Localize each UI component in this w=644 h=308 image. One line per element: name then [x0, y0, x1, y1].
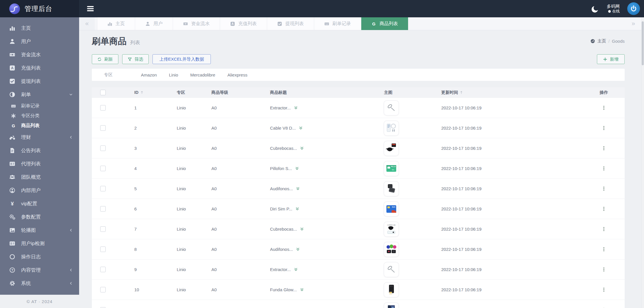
tab-withdraw-list[interactable]: 提现列表 [267, 17, 314, 30]
tab-brushing-records[interactable]: 刷单记录 [314, 17, 361, 30]
row-actions-button[interactable] [600, 245, 608, 253]
sidebar-item-withdraw-list[interactable]: 提现列表 [0, 74, 79, 88]
sidebar-item-user-ip-check[interactable]: 用户ip检测 [0, 237, 79, 250]
user-status: 在线 [607, 9, 620, 14]
row-actions-button[interactable] [600, 306, 608, 308]
select-all-checkbox[interactable] [100, 90, 106, 95]
add-button[interactable]: 新增 [597, 54, 625, 64]
sidebar-item-content-management[interactable]: ?内容管理 [0, 263, 79, 277]
tabs-scroll-left-button[interactable]: « [79, 17, 95, 30]
title-expand-button[interactable] [295, 166, 299, 171]
row-actions-button[interactable] [600, 205, 608, 213]
header-checkbox-cell [92, 90, 134, 95]
title-expand-button[interactable] [294, 267, 298, 272]
sidebar-subitem-zone-categories[interactable]: 专区分类 [0, 111, 79, 121]
row-checkbox[interactable] [100, 226, 106, 232]
sidebar-item-funds-flow[interactable]: 资金流水 [0, 48, 79, 61]
tab-funds-flow[interactable]: 资金流水 [173, 17, 220, 30]
row-checkbox[interactable] [100, 267, 106, 272]
row-checkbox[interactable] [100, 186, 106, 191]
tab-goods-list[interactable]: G商品列表 [361, 17, 408, 30]
sidebar-item-vip-config[interactable]: ¥vip配置 [0, 197, 79, 210]
content: 刷单商品 列表 主页 / Goods 刷新 筛选 [79, 30, 644, 308]
sidebar-item-home[interactable]: 主页 [0, 21, 79, 35]
column-header-id[interactable]: ID [134, 90, 177, 95]
zone-filter-options: AmazonLinioMercadolibreAliexpress [141, 72, 260, 77]
sidebar-item-finance[interactable]: 理财 [0, 130, 79, 144]
cell-grade: A0 [211, 247, 270, 252]
row-checkbox[interactable] [100, 145, 106, 151]
menu-toggle-button[interactable] [86, 4, 95, 13]
breadcrumb-home-link[interactable]: 主页 [598, 38, 606, 44]
title-expand-button[interactable] [296, 186, 300, 191]
sidebar-item-system[interactable]: 系统 [0, 277, 79, 290]
tab-home[interactable]: 主页 [97, 17, 135, 30]
goods-title-text: Audifonos... [270, 247, 293, 252]
sidebar-item-banner[interactable]: 轮播图 [0, 223, 79, 237]
row-checkbox[interactable] [100, 206, 106, 212]
svg-text:G: G [12, 123, 15, 128]
avatar[interactable] [627, 2, 640, 15]
sort-up-icon [459, 91, 463, 94]
row-actions-button[interactable] [600, 266, 608, 274]
row-actions-button[interactable] [600, 185, 608, 193]
title-expand-button[interactable] [295, 207, 299, 211]
vertical-scrollbar[interactable] [641, 17, 644, 308]
zone-option-aliexpress[interactable]: Aliexpress [227, 72, 247, 77]
sidebar-item-recharge-list[interactable]: A充值列表 [0, 61, 79, 74]
column-header-updated[interactable]: 更新时间 [441, 90, 583, 95]
row-actions-button[interactable] [600, 286, 608, 294]
cell-actions [583, 245, 625, 253]
title-expand-button[interactable] [294, 106, 298, 110]
zone-option-mercadolibre[interactable]: Mercadolibre [190, 72, 215, 77]
sidebar-subitem-goods-list[interactable]: G商品列表 [0, 121, 79, 130]
title-expand-button[interactable] [296, 247, 300, 251]
cell-id: 6 [134, 206, 177, 211]
sidebar-item-notice-list[interactable]: 公告列表 [0, 144, 79, 157]
row-checkbox[interactable] [100, 125, 106, 131]
title-expand-button[interactable] [299, 126, 303, 130]
goods-table: ID 专区 商品等级 商品标题 主图 更新时间 操作 1LinioA0Extra… [92, 87, 625, 308]
kebab-icon [602, 247, 606, 252]
row-actions-button[interactable] [600, 104, 608, 112]
refresh-button[interactable]: 刷新 [92, 54, 118, 64]
sidebar-item-agent-list[interactable]: 代理列表 [0, 157, 79, 170]
row-actions-button[interactable] [600, 225, 608, 233]
sidebar-item-users[interactable]: 用户 [0, 35, 79, 48]
main-area: « 主页用户资金流水A充值列表提现列表刷单记录G商品列表 » 刷单商品 列表 主… [79, 17, 644, 308]
tabs-scroll-right-button[interactable]: » [626, 17, 641, 30]
theme-toggle-button[interactable] [591, 5, 599, 13]
title-expand-button[interactable] [300, 288, 304, 292]
tab-users[interactable]: 用户 [135, 17, 173, 30]
filter-button[interactable]: 筛选 [122, 54, 149, 64]
title-expand-button[interactable] [300, 146, 304, 150]
title-expand-button[interactable] [300, 227, 304, 231]
sidebar-item-internal-users[interactable]: 内部用户 [0, 184, 79, 197]
table-body: 1LinioA0Extractor...2022-10-17 10:06:192… [92, 98, 625, 308]
tab-recharge-list[interactable]: A充值列表 [220, 17, 267, 30]
goods-title-text: Diri Sim P... [270, 206, 292, 211]
row-checkbox[interactable] [100, 166, 106, 171]
row-checkbox-cell [92, 267, 134, 272]
zone-option-linio[interactable]: Linio [169, 72, 178, 77]
sidebar-subitem-brushing-records[interactable]: 刷单记录 [0, 101, 79, 111]
row-actions-button[interactable] [600, 165, 608, 173]
cell-image [384, 101, 441, 115]
svg-text:DirS: DirS [392, 206, 395, 208]
sidebar-item-label: 系统 [21, 280, 31, 287]
upload-excel-button[interactable]: 上传EXCEL并导入数据 [152, 54, 211, 64]
row-checkbox[interactable] [100, 287, 106, 292]
zone-option-amazon[interactable]: Amazon [141, 72, 157, 77]
row-actions-button[interactable] [600, 144, 608, 152]
table-row: 5LinioA0Audifonos...2022-10-17 10:06:19 [92, 178, 625, 199]
row-checkbox[interactable] [100, 105, 106, 111]
sidebar-item-brushing[interactable]: 刷单 [0, 88, 79, 101]
kebab-icon [602, 206, 606, 211]
page-head: 刷单商品 列表 主页 / Goods [92, 36, 625, 47]
sidebar-item-team-overview[interactable]: 团队概览 [0, 170, 79, 184]
row-actions-button[interactable] [600, 124, 608, 132]
sidebar-item-operation-log[interactable]: 操作日志 [0, 250, 79, 263]
row-checkbox[interactable] [100, 247, 106, 252]
sidebar-item-params-config[interactable]: 参数配置 [0, 210, 79, 223]
scrollbar-thumb[interactable] [642, 21, 644, 65]
